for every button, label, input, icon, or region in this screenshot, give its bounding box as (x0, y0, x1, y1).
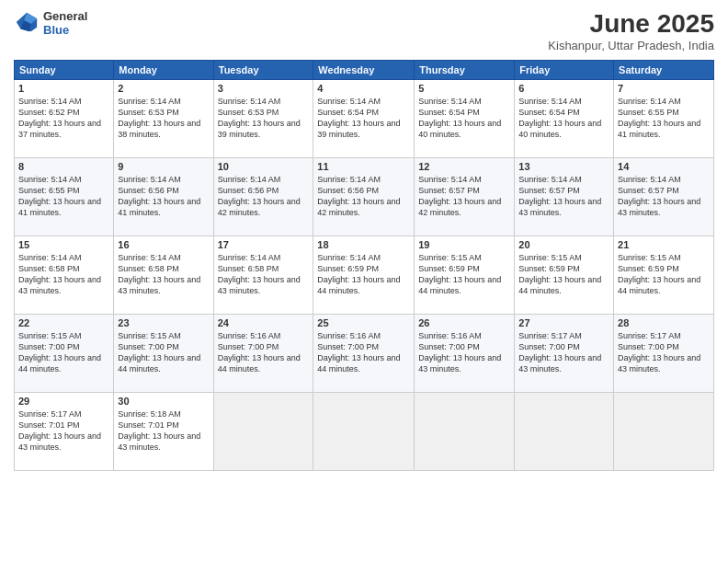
day-info: Sunrise: 5:14 AMSunset: 6:58 PMDaylight:… (118, 252, 209, 297)
calendar-cell: 8Sunrise: 5:14 AMSunset: 6:55 PMDaylight… (15, 158, 114, 236)
day-number: 7 (618, 83, 710, 94)
day-info: Sunrise: 5:14 AMSunset: 6:55 PMDaylight:… (18, 174, 109, 219)
day-info: Sunrise: 5:14 AMSunset: 6:54 PMDaylight:… (518, 96, 609, 141)
day-info: Sunrise: 5:14 AMSunset: 6:53 PMDaylight:… (118, 96, 209, 141)
calendar-cell (313, 393, 415, 471)
day-info: Sunrise: 5:15 AMSunset: 7:00 PMDaylight:… (18, 330, 109, 375)
day-info: Sunrise: 5:14 AMSunset: 6:56 PMDaylight:… (317, 174, 410, 219)
day-info: Sunrise: 5:14 AMSunset: 6:54 PMDaylight:… (317, 96, 410, 141)
day-number: 16 (118, 239, 209, 250)
calendar-cell (415, 393, 515, 471)
day-number: 15 (18, 239, 109, 250)
col-header-monday: Monday (114, 61, 213, 80)
day-info: Sunrise: 5:14 AMSunset: 6:52 PMDaylight:… (18, 96, 109, 141)
calendar-cell: 1Sunrise: 5:14 AMSunset: 6:52 PMDaylight… (15, 80, 114, 158)
calendar-cell: 26Sunrise: 5:16 AMSunset: 7:00 PMDayligh… (415, 315, 515, 393)
day-info: Sunrise: 5:15 AMSunset: 6:59 PMDaylight:… (618, 252, 710, 297)
calendar-cell: 18Sunrise: 5:14 AMSunset: 6:59 PMDayligh… (313, 236, 415, 315)
col-header-tuesday: Tuesday (213, 61, 313, 80)
day-info: Sunrise: 5:16 AMSunset: 7:00 PMDaylight:… (418, 330, 510, 375)
day-number: 24 (218, 317, 310, 328)
calendar-week-row: 29Sunrise: 5:17 AMSunset: 7:01 PMDayligh… (15, 393, 714, 471)
calendar-cell: 16Sunrise: 5:14 AMSunset: 6:58 PMDayligh… (114, 236, 213, 315)
calendar-cell: 4Sunrise: 5:14 AMSunset: 6:54 PMDaylight… (313, 80, 415, 158)
day-number: 22 (18, 317, 109, 328)
day-number: 9 (118, 161, 209, 172)
day-info: Sunrise: 5:16 AMSunset: 7:00 PMDaylight:… (218, 330, 310, 375)
calendar-cell (515, 393, 614, 471)
calendar-cell: 23Sunrise: 5:15 AMSunset: 7:00 PMDayligh… (114, 315, 213, 393)
calendar-cell: 13Sunrise: 5:14 AMSunset: 6:57 PMDayligh… (515, 158, 614, 236)
logo-icon (14, 10, 40, 36)
day-number: 17 (218, 239, 310, 250)
calendar-cell (614, 393, 714, 471)
location: Kishanpur, Uttar Pradesh, India (548, 39, 714, 52)
month-title: June 2025 (548, 9, 714, 39)
day-info: Sunrise: 5:14 AMSunset: 6:56 PMDaylight:… (118, 174, 209, 219)
day-number: 23 (118, 317, 209, 328)
day-number: 29 (18, 396, 109, 407)
day-number: 25 (317, 317, 410, 328)
day-number: 1 (18, 83, 109, 94)
calendar-cell: 28Sunrise: 5:17 AMSunset: 7:00 PMDayligh… (614, 315, 714, 393)
calendar-cell: 7Sunrise: 5:14 AMSunset: 6:55 PMDaylight… (614, 80, 714, 158)
day-info: Sunrise: 5:14 AMSunset: 6:54 PMDaylight:… (418, 96, 510, 141)
calendar-cell: 22Sunrise: 5:15 AMSunset: 7:00 PMDayligh… (15, 315, 114, 393)
calendar-cell (213, 393, 313, 471)
day-info: Sunrise: 5:14 AMSunset: 6:57 PMDaylight:… (518, 174, 609, 219)
day-number: 11 (317, 161, 410, 172)
logo-blue-text: Blue (43, 23, 87, 37)
day-number: 20 (518, 239, 609, 250)
calendar-cell: 12Sunrise: 5:14 AMSunset: 6:57 PMDayligh… (415, 158, 515, 236)
day-number: 5 (418, 83, 510, 94)
day-number: 14 (618, 161, 710, 172)
day-info: Sunrise: 5:14 AMSunset: 6:58 PMDaylight:… (18, 252, 109, 297)
logo: General Blue (14, 9, 87, 37)
calendar-cell: 24Sunrise: 5:16 AMSunset: 7:00 PMDayligh… (213, 315, 313, 393)
col-header-saturday: Saturday (614, 61, 714, 80)
calendar-cell: 19Sunrise: 5:15 AMSunset: 6:59 PMDayligh… (415, 236, 515, 315)
day-info: Sunrise: 5:14 AMSunset: 6:59 PMDaylight:… (317, 252, 410, 297)
day-info: Sunrise: 5:16 AMSunset: 7:00 PMDaylight:… (317, 330, 410, 375)
day-info: Sunrise: 5:18 AMSunset: 7:01 PMDaylight:… (118, 408, 209, 454)
day-info: Sunrise: 5:14 AMSunset: 6:58 PMDaylight:… (218, 252, 310, 297)
calendar-cell: 3Sunrise: 5:14 AMSunset: 6:53 PMDaylight… (213, 80, 313, 158)
day-number: 26 (418, 317, 510, 328)
title-block: June 2025 Kishanpur, Uttar Pradesh, Indi… (548, 9, 714, 52)
col-header-wednesday: Wednesday (313, 61, 415, 80)
calendar-week-row: 8Sunrise: 5:14 AMSunset: 6:55 PMDaylight… (15, 158, 714, 236)
calendar-cell: 2Sunrise: 5:14 AMSunset: 6:53 PMDaylight… (114, 80, 213, 158)
calendar-cell: 9Sunrise: 5:14 AMSunset: 6:56 PMDaylight… (114, 158, 213, 236)
calendar-cell: 11Sunrise: 5:14 AMSunset: 6:56 PMDayligh… (313, 158, 415, 236)
day-info: Sunrise: 5:15 AMSunset: 7:00 PMDaylight:… (118, 330, 209, 375)
day-info: Sunrise: 5:15 AMSunset: 6:59 PMDaylight:… (518, 252, 609, 297)
calendar-cell: 29Sunrise: 5:17 AMSunset: 7:01 PMDayligh… (15, 393, 114, 471)
col-header-sunday: Sunday (15, 61, 114, 80)
calendar-cell: 27Sunrise: 5:17 AMSunset: 7:00 PMDayligh… (515, 315, 614, 393)
day-info: Sunrise: 5:14 AMSunset: 6:57 PMDaylight:… (618, 174, 710, 219)
day-number: 2 (118, 83, 209, 94)
calendar-cell: 21Sunrise: 5:15 AMSunset: 6:59 PMDayligh… (614, 236, 714, 315)
day-info: Sunrise: 5:14 AMSunset: 6:56 PMDaylight:… (218, 174, 310, 219)
calendar-cell: 25Sunrise: 5:16 AMSunset: 7:00 PMDayligh… (313, 315, 415, 393)
day-number: 6 (518, 83, 609, 94)
day-number: 21 (618, 239, 710, 250)
calendar-week-row: 22Sunrise: 5:15 AMSunset: 7:00 PMDayligh… (15, 315, 714, 393)
day-info: Sunrise: 5:17 AMSunset: 7:00 PMDaylight:… (518, 330, 609, 375)
calendar-cell: 5Sunrise: 5:14 AMSunset: 6:54 PMDaylight… (415, 80, 515, 158)
day-number: 10 (218, 161, 310, 172)
day-number: 30 (118, 396, 209, 407)
day-info: Sunrise: 5:14 AMSunset: 6:57 PMDaylight:… (418, 174, 510, 219)
col-header-friday: Friday (515, 61, 614, 80)
day-number: 27 (518, 317, 609, 328)
day-info: Sunrise: 5:14 AMSunset: 6:53 PMDaylight:… (218, 96, 310, 141)
day-number: 4 (317, 83, 410, 94)
day-number: 12 (418, 161, 510, 172)
calendar-cell: 17Sunrise: 5:14 AMSunset: 6:58 PMDayligh… (213, 236, 313, 315)
day-number: 19 (418, 239, 510, 250)
calendar-cell: 15Sunrise: 5:14 AMSunset: 6:58 PMDayligh… (15, 236, 114, 315)
day-info: Sunrise: 5:15 AMSunset: 6:59 PMDaylight:… (418, 252, 510, 297)
calendar-week-row: 15Sunrise: 5:14 AMSunset: 6:58 PMDayligh… (15, 236, 714, 315)
calendar-cell: 10Sunrise: 5:14 AMSunset: 6:56 PMDayligh… (213, 158, 313, 236)
day-number: 28 (618, 317, 710, 328)
